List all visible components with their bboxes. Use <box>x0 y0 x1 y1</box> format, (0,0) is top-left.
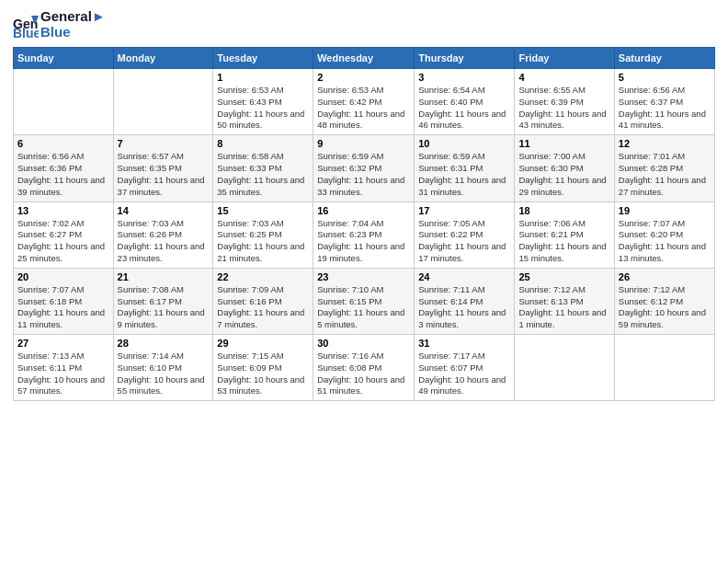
calendar-cell: 17Sunrise: 7:05 AM Sunset: 6:22 PM Dayli… <box>415 201 515 268</box>
calendar-cell <box>515 335 614 401</box>
logo-general: General <box>40 8 92 24</box>
calendar-cell: 22Sunrise: 7:09 AM Sunset: 6:16 PM Dayli… <box>213 268 313 334</box>
calendar-cell: 23Sunrise: 7:10 AM Sunset: 6:15 PM Dayli… <box>313 268 415 334</box>
day-info: Sunrise: 6:55 AM Sunset: 6:39 PM Dayligh… <box>518 85 609 132</box>
calendar-cell <box>14 69 114 135</box>
weekday-header-row: SundayMondayTuesdayWednesdayThursdayFrid… <box>14 48 715 69</box>
day-number: 3 <box>418 72 510 83</box>
day-number: 13 <box>17 205 109 216</box>
calendar-cell: 19Sunrise: 7:07 AM Sunset: 6:20 PM Dayli… <box>614 201 714 268</box>
day-info: Sunrise: 7:12 AM Sunset: 6:12 PM Dayligh… <box>619 284 711 331</box>
day-info: Sunrise: 7:16 AM Sunset: 6:08 PM Dayligh… <box>317 350 410 397</box>
calendar-cell: 10Sunrise: 6:59 AM Sunset: 6:31 PM Dayli… <box>415 135 515 201</box>
calendar-cell: 28Sunrise: 7:14 AM Sunset: 6:10 PM Dayli… <box>113 335 213 401</box>
week-row-2: 6Sunrise: 6:56 AM Sunset: 6:36 PM Daylig… <box>14 135 715 201</box>
calendar-cell <box>614 335 714 401</box>
day-number: 18 <box>518 205 609 216</box>
day-number: 16 <box>317 205 410 216</box>
calendar-table: SundayMondayTuesdayWednesdayThursdayFrid… <box>13 47 715 401</box>
day-number: 19 <box>619 205 711 216</box>
calendar-cell: 30Sunrise: 7:16 AM Sunset: 6:08 PM Dayli… <box>313 335 415 401</box>
calendar-cell: 20Sunrise: 7:07 AM Sunset: 6:18 PM Dayli… <box>14 268 114 334</box>
day-info: Sunrise: 7:07 AM Sunset: 6:18 PM Dayligh… <box>17 284 109 331</box>
day-number: 10 <box>418 138 510 149</box>
calendar-cell: 9Sunrise: 6:59 AM Sunset: 6:32 PM Daylig… <box>313 135 415 201</box>
svg-text:Blue: Blue <box>13 26 39 38</box>
day-info: Sunrise: 7:15 AM Sunset: 6:09 PM Dayligh… <box>217 350 309 397</box>
weekday-header-saturday: Saturday <box>614 48 714 69</box>
day-info: Sunrise: 7:03 AM Sunset: 6:25 PM Dayligh… <box>217 218 309 265</box>
calendar-cell: 26Sunrise: 7:12 AM Sunset: 6:12 PM Dayli… <box>614 268 714 334</box>
weekday-header-thursday: Thursday <box>415 48 515 69</box>
day-number: 6 <box>17 138 109 149</box>
day-info: Sunrise: 6:53 AM Sunset: 6:42 PM Dayligh… <box>317 85 410 132</box>
weekday-header-friday: Friday <box>515 48 614 69</box>
day-number: 28 <box>118 338 210 349</box>
header: Gen Blue General► Blue <box>13 9 715 40</box>
day-number: 31 <box>418 338 510 349</box>
day-info: Sunrise: 7:14 AM Sunset: 6:10 PM Dayligh… <box>118 350 210 397</box>
calendar-page: Gen Blue General► Blue SundayMondayTuesd… <box>0 0 728 563</box>
logo-icon-arrow: ► <box>92 8 106 24</box>
day-info: Sunrise: 7:17 AM Sunset: 6:07 PM Dayligh… <box>418 350 510 397</box>
day-info: Sunrise: 6:58 AM Sunset: 6:33 PM Dayligh… <box>217 151 309 198</box>
calendar-cell: 2Sunrise: 6:53 AM Sunset: 6:42 PM Daylig… <box>313 69 415 135</box>
calendar-cell: 5Sunrise: 6:56 AM Sunset: 6:37 PM Daylig… <box>614 69 714 135</box>
calendar-cell: 31Sunrise: 7:17 AM Sunset: 6:07 PM Dayli… <box>415 335 515 401</box>
day-info: Sunrise: 7:04 AM Sunset: 6:23 PM Dayligh… <box>317 218 410 265</box>
day-info: Sunrise: 7:11 AM Sunset: 6:14 PM Dayligh… <box>418 284 510 331</box>
day-info: Sunrise: 6:56 AM Sunset: 6:37 PM Dayligh… <box>619 85 711 132</box>
day-number: 20 <box>17 271 109 282</box>
day-number: 23 <box>317 271 410 282</box>
day-number: 24 <box>418 271 510 282</box>
day-number: 27 <box>17 338 109 349</box>
day-info: Sunrise: 7:01 AM Sunset: 6:28 PM Dayligh… <box>619 151 711 198</box>
day-number: 25 <box>518 271 609 282</box>
calendar-cell: 4Sunrise: 6:55 AM Sunset: 6:39 PM Daylig… <box>515 69 614 135</box>
day-info: Sunrise: 7:12 AM Sunset: 6:13 PM Dayligh… <box>518 284 609 331</box>
calendar-cell: 3Sunrise: 6:54 AM Sunset: 6:40 PM Daylig… <box>415 69 515 135</box>
day-info: Sunrise: 6:59 AM Sunset: 6:31 PM Dayligh… <box>418 151 510 198</box>
day-number: 5 <box>619 72 711 83</box>
calendar-cell: 13Sunrise: 7:02 AM Sunset: 6:27 PM Dayli… <box>14 201 114 268</box>
day-info: Sunrise: 7:09 AM Sunset: 6:16 PM Dayligh… <box>217 284 309 331</box>
day-number: 22 <box>217 271 309 282</box>
day-number: 11 <box>518 138 609 149</box>
day-number: 17 <box>418 205 510 216</box>
calendar-cell: 29Sunrise: 7:15 AM Sunset: 6:09 PM Dayli… <box>213 335 313 401</box>
logo-blue: Blue <box>40 25 106 40</box>
day-number: 4 <box>518 72 609 83</box>
day-info: Sunrise: 7:13 AM Sunset: 6:11 PM Dayligh… <box>17 350 109 397</box>
day-info: Sunrise: 7:06 AM Sunset: 6:21 PM Dayligh… <box>518 218 609 265</box>
weekday-header-tuesday: Tuesday <box>213 48 313 69</box>
day-info: Sunrise: 7:03 AM Sunset: 6:26 PM Dayligh… <box>118 218 210 265</box>
day-info: Sunrise: 7:00 AM Sunset: 6:30 PM Dayligh… <box>518 151 609 198</box>
day-number: 12 <box>619 138 711 149</box>
weekday-header-monday: Monday <box>113 48 213 69</box>
calendar-cell: 18Sunrise: 7:06 AM Sunset: 6:21 PM Dayli… <box>515 201 614 268</box>
day-number: 14 <box>118 205 210 216</box>
day-number: 30 <box>317 338 410 349</box>
day-info: Sunrise: 7:05 AM Sunset: 6:22 PM Dayligh… <box>418 218 510 265</box>
day-info: Sunrise: 6:57 AM Sunset: 6:35 PM Dayligh… <box>118 151 210 198</box>
day-number: 2 <box>317 72 410 83</box>
day-number: 1 <box>217 72 309 83</box>
day-info: Sunrise: 7:08 AM Sunset: 6:17 PM Dayligh… <box>118 284 210 331</box>
calendar-cell <box>113 69 213 135</box>
day-number: 8 <box>217 138 309 149</box>
day-info: Sunrise: 6:59 AM Sunset: 6:32 PM Dayligh… <box>317 151 410 198</box>
logo: Gen Blue General► Blue <box>13 9 106 40</box>
day-number: 26 <box>619 271 711 282</box>
day-info: Sunrise: 7:02 AM Sunset: 6:27 PM Dayligh… <box>17 218 109 265</box>
calendar-cell: 7Sunrise: 6:57 AM Sunset: 6:35 PM Daylig… <box>113 135 213 201</box>
calendar-cell: 16Sunrise: 7:04 AM Sunset: 6:23 PM Dayli… <box>313 201 415 268</box>
calendar-cell: 8Sunrise: 6:58 AM Sunset: 6:33 PM Daylig… <box>213 135 313 201</box>
day-number: 21 <box>118 271 210 282</box>
day-number: 15 <box>217 205 309 216</box>
day-number: 29 <box>217 338 309 349</box>
day-info: Sunrise: 6:53 AM Sunset: 6:43 PM Dayligh… <box>217 85 309 132</box>
day-info: Sunrise: 7:10 AM Sunset: 6:15 PM Dayligh… <box>317 284 410 331</box>
calendar-cell: 21Sunrise: 7:08 AM Sunset: 6:17 PM Dayli… <box>113 268 213 334</box>
week-row-1: 1Sunrise: 6:53 AM Sunset: 6:43 PM Daylig… <box>14 69 715 135</box>
day-info: Sunrise: 6:54 AM Sunset: 6:40 PM Dayligh… <box>418 85 510 132</box>
